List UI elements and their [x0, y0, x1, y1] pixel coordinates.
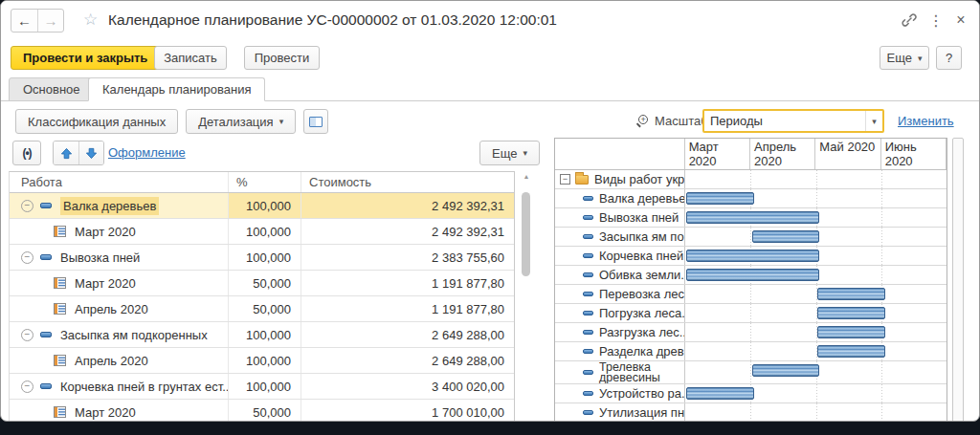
gantt-bar[interactable]: [686, 250, 819, 262]
move-down-button[interactable]: [78, 141, 103, 164]
move-up-button[interactable]: [54, 141, 78, 164]
detail-button[interactable]: Детализация ▾: [186, 109, 296, 134]
gantt-bar[interactable]: [817, 288, 885, 300]
more-button-left[interactable]: Еще ▾: [479, 141, 540, 165]
table-row[interactable]: Март 2020 50,000 1 700 010,00: [10, 400, 514, 421]
gantt-bar[interactable]: [752, 364, 820, 377]
cost-value[interactable]: 2 649 288,00: [301, 322, 514, 347]
column-header-work[interactable]: Работа: [10, 172, 229, 192]
gantt-row[interactable]: Разделка древ...: [555, 342, 947, 361]
tab-main[interactable]: Основное: [9, 77, 95, 101]
forward-icon[interactable]: →: [37, 10, 63, 32]
gantt-bar[interactable]: [817, 326, 885, 338]
close-icon[interactable]: ×: [950, 11, 971, 30]
collapse-icon[interactable]: −: [21, 381, 33, 393]
gantt-row-label: Перевозка лес...: [599, 287, 685, 301]
gantt-row[interactable]: Вывозка пней: [555, 208, 947, 228]
gantt-row[interactable]: Обивка земли...: [555, 266, 947, 285]
gantt-row[interactable]: Разгрузка лес...: [555, 323, 947, 342]
cost-value[interactable]: 2 649 288,00: [301, 348, 514, 373]
percent-value[interactable]: 100,000: [229, 322, 301, 347]
table-row[interactable]: − Валка деревьев 100,000 2 492 392,31: [10, 193, 514, 219]
cost-value[interactable]: 3 400 020,00: [301, 374, 514, 399]
gantt-row[interactable]: Утилизация пней: [555, 403, 947, 422]
save-button[interactable]: Записать: [154, 46, 227, 70]
cost-value[interactable]: 2 383 755,60: [301, 245, 514, 270]
chevron-down-icon[interactable]: ▾: [865, 111, 882, 131]
gantt-row[interactable]: Погрузка леса...: [555, 304, 947, 323]
gantt-bar[interactable]: [686, 192, 754, 205]
related-data-button[interactable]: (•): [12, 141, 41, 165]
gantt-row[interactable]: Засыпка ям по...: [555, 228, 947, 247]
gantt-row-label: Устройство ра...: [599, 386, 685, 401]
gantt-row[interactable]: Валка деревьев: [555, 189, 947, 208]
cost-value[interactable]: 2 492 392,31: [301, 219, 514, 244]
work-name: Апрель 2020: [75, 354, 148, 368]
percent-value[interactable]: 100,000: [229, 245, 301, 270]
collapse-icon[interactable]: −: [21, 200, 33, 212]
gantt-track: [685, 285, 947, 303]
back-icon[interactable]: ←: [11, 10, 37, 32]
table-row[interactable]: Апрель 2020 50,000 1 191 877,80: [10, 296, 514, 322]
scale-combobox[interactable]: Периоды ▾: [702, 109, 884, 133]
cost-value[interactable]: 1 191 877,80: [301, 296, 514, 321]
cost-value[interactable]: 2 492 392,31: [301, 193, 514, 218]
gantt-row[interactable]: Трелевка древесины: [555, 361, 947, 384]
table-row[interactable]: − Засыпка ям подкоренных 100,000 2 649 2…: [10, 322, 514, 348]
work-table-scrollbar[interactable]: ▲: [519, 171, 534, 421]
table-row[interactable]: − Корчевка пней в грунтах ест... 100,000…: [10, 374, 514, 400]
scrollbar-thumb[interactable]: [522, 192, 530, 276]
table-row[interactable]: − Вывозка пней 100,000 2 383 755,60: [10, 245, 514, 271]
gantt-row[interactable]: Перевозка лес...: [555, 285, 947, 304]
post-and-close-button[interactable]: Провести и закрыть: [11, 46, 160, 70]
gantt-row[interactable]: Корчевка пней...: [555, 247, 947, 266]
gantt-bar[interactable]: [686, 387, 754, 400]
period-icon: [54, 355, 66, 366]
work-toolbar-primary: Классификация данных Детализация ▾: [15, 109, 328, 134]
gantt-row[interactable]: Устройство ра...: [555, 384, 947, 403]
work-item-icon: [583, 234, 593, 239]
gantt-scrollbar[interactable]: [952, 138, 964, 422]
percent-value[interactable]: 100,000: [229, 348, 301, 373]
work-item-icon: [583, 370, 593, 375]
gantt-bar[interactable]: [752, 230, 820, 243]
detail-label: Детализация: [198, 115, 273, 129]
gantt-bar[interactable]: [686, 211, 819, 224]
help-button[interactable]: ?: [936, 46, 962, 70]
gantt-bar[interactable]: [686, 269, 819, 281]
formatting-link[interactable]: Оформление: [108, 145, 186, 160]
window-menu-icon[interactable]: ⋮: [925, 11, 947, 30]
percent-value[interactable]: 100,000: [229, 219, 301, 244]
collapse-icon[interactable]: −: [560, 174, 570, 185]
gantt-row[interactable]: −Виды работ укр: [555, 170, 947, 189]
column-header-percent[interactable]: %: [229, 172, 301, 192]
change-link[interactable]: Изменить: [898, 114, 954, 128]
percent-value[interactable]: 100,000: [229, 374, 301, 399]
post-button[interactable]: Провести: [244, 46, 320, 70]
collapse-icon[interactable]: −: [21, 251, 33, 264]
classification-button[interactable]: Классификация данных: [15, 109, 178, 134]
favorite-star-icon[interactable]: ☆: [83, 10, 98, 30]
more-button-top[interactable]: Еще ▾: [880, 46, 929, 70]
cost-value[interactable]: 1 700 010,00: [301, 400, 514, 421]
scroll-up-icon[interactable]: ▲: [519, 173, 534, 180]
gantt-row-label: Корчевка пней...: [599, 249, 685, 263]
gantt-bar[interactable]: [817, 345, 885, 358]
get-link-icon[interactable]: [899, 11, 920, 30]
percent-value[interactable]: 50,000: [229, 271, 301, 295]
work-name: Апрель 2020: [75, 302, 148, 316]
collapse-icon[interactable]: −: [21, 329, 33, 341]
gantt-bar[interactable]: [817, 307, 885, 319]
column-layout-button[interactable]: [303, 109, 328, 134]
cost-value[interactable]: 1 191 877,80: [301, 271, 514, 295]
gantt-row-label: Засыпка ям по...: [599, 229, 685, 244]
percent-value[interactable]: 50,000: [229, 400, 301, 421]
work-name: Март 2020: [75, 405, 136, 420]
table-row[interactable]: Апрель 2020 100,000 2 649 288,00: [10, 348, 514, 374]
percent-value[interactable]: 100,000: [229, 193, 301, 218]
table-row[interactable]: Март 2020 50,000 1 191 877,80: [10, 271, 514, 296]
tab-calendar-planning[interactable]: Календарь планирования: [88, 77, 265, 101]
percent-value[interactable]: 50,000: [229, 296, 301, 321]
column-header-cost[interactable]: Стоимость: [301, 172, 514, 192]
table-row[interactable]: Март 2020 100,000 2 492 392,31: [10, 219, 514, 245]
